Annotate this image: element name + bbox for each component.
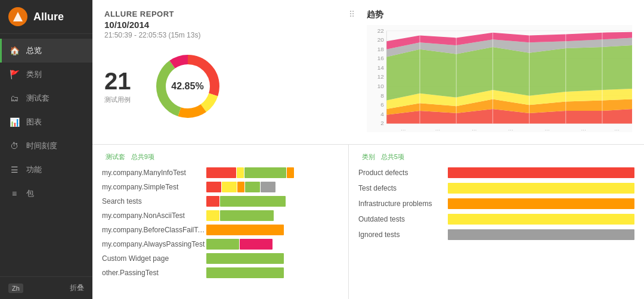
svg-text:…: … — [544, 126, 550, 132]
sidebar-item-label: 测试套 — [26, 93, 49, 104]
bar-pending — [206, 225, 284, 235]
package-icon: ≡ — [8, 188, 20, 200]
logo-area: Allure — [0, 0, 92, 34]
svg-text:18: 18 — [377, 46, 384, 52]
bar-passed — [220, 196, 286, 207]
sidebar-item-label: 图表 — [26, 117, 42, 127]
sidebar: Allure 🏠 总览 🚩 类别 🗂 测试套 📊 图表 ⏱ 时间刻度 ☰ 功能 … — [0, 0, 92, 299]
test-suites-panel: 测试套 总共9项 my.company.ManyInfoTest my.comp… — [92, 145, 349, 299]
sidebar-item-packages[interactable]: ≡ 包 — [0, 182, 92, 205]
suite-row[interactable]: my.company.ManyInfoTest — [102, 167, 339, 178]
suite-name: other.PassingTest — [102, 269, 206, 277]
category-name: Outdated tests — [358, 215, 448, 223]
svg-text:…: … — [401, 126, 406, 132]
sidebar-item-label: 总览 — [26, 45, 42, 56]
suite-row[interactable]: my.company.SimpleTest — [102, 182, 339, 192]
svg-text:…: … — [472, 126, 477, 132]
svg-text:4: 4 — [380, 111, 384, 117]
suite-name: my.company.SimpleTest — [102, 183, 206, 191]
clock-icon: ⏱ — [8, 140, 20, 152]
test-count: 21 测试用例 — [104, 69, 131, 104]
suite-row[interactable]: Search tests — [102, 196, 339, 207]
logo-icon — [8, 7, 27, 26]
suite-row[interactable]: my.company.AlwaysPassingTest — [102, 239, 339, 250]
collapse-button[interactable]: 折叠 — [70, 283, 84, 293]
bar-failed — [206, 182, 221, 192]
bar-passed — [245, 182, 260, 192]
report-summary: ALLURE REPORT 10/10/2014 21:50:39 - 22:0… — [104, 10, 355, 135]
svg-text:…: … — [614, 126, 620, 132]
svg-marker-31 — [386, 109, 632, 123]
nav-menu: 🏠 总览 🚩 类别 🗂 测试套 📊 图表 ⏱ 时间刻度 ☰ 功能 ≡ 包 — [0, 34, 92, 276]
report-stats: 21 测试用例 — [104, 48, 355, 125]
svg-text:…: … — [581, 126, 586, 132]
svg-text:6: 6 — [380, 102, 384, 108]
svg-text:10: 10 — [377, 83, 384, 89]
svg-text:…: … — [435, 126, 441, 132]
report-time: 21:50:39 - 22:05:53 (15m 13s) — [104, 31, 200, 39]
list-icon: ☰ — [8, 164, 20, 176]
language-badge[interactable]: Zh — [8, 284, 23, 293]
sidebar-item-timeline[interactable]: ⏱ 时间刻度 — [0, 134, 92, 158]
category-name: Infrastructure problems — [358, 200, 448, 208]
sidebar-item-overview[interactable]: 🏠 总览 — [0, 39, 92, 63]
suite-panel-title: 测试套 总共9项 — [102, 152, 339, 161]
report-date: 10/10/2014 — [104, 20, 200, 30]
trend-chart-svg: 22 20 18 16 14 12 10 8 6 4 2 — [367, 25, 632, 132]
categories-panel: 类别 总共5项 Product defects Test defects Inf… — [349, 145, 644, 299]
bar-pending — [237, 182, 244, 192]
svg-text:12: 12 — [377, 74, 384, 80]
bar-broken — [222, 182, 237, 192]
category-name: Ignored tests — [358, 231, 448, 239]
sidebar-footer: Zh 折叠 — [0, 276, 92, 299]
bar-failed — [206, 196, 219, 207]
category-bar — [448, 198, 634, 209]
sidebar-item-features[interactable]: ☰ 功能 — [0, 158, 92, 182]
suite-name: my.company.NonAsciiTest — [102, 211, 206, 220]
logo-text: Allure — [33, 11, 64, 23]
folder-icon: 🗂 — [8, 92, 20, 104]
flag-icon: 🚩 — [8, 68, 20, 80]
svg-text:22: 22 — [377, 27, 384, 33]
category-row[interactable]: Ignored tests — [358, 229, 634, 240]
svg-text:8: 8 — [380, 92, 384, 98]
bar-pink — [240, 239, 273, 250]
suite-name: my.company.ManyInfoTest — [102, 169, 206, 177]
category-row[interactable]: Test defects — [358, 183, 634, 194]
bar-passed — [206, 239, 239, 250]
bottom-section: 测试套 总共9项 my.company.ManyInfoTest my.comp… — [92, 145, 644, 299]
category-name: Product defects — [358, 169, 448, 177]
sidebar-item-label: 类别 — [26, 69, 42, 80]
bar-failed — [206, 167, 236, 178]
suite-row[interactable]: other.PassingTest — [102, 267, 339, 278]
categories-panel-title: 类别 总共5项 — [358, 152, 634, 161]
suite-bar — [206, 225, 339, 235]
category-row[interactable]: Infrastructure problems — [358, 198, 634, 209]
sidebar-item-label: 时间刻度 — [26, 141, 57, 151]
suite-row[interactable]: my.company.NonAsciiTest — [102, 210, 339, 221]
suite-name: Search tests — [102, 197, 206, 205]
donut-percentage: 42.85% — [171, 81, 203, 92]
bar-broken — [206, 210, 219, 221]
main-content: ALLURE REPORT 10/10/2014 21:50:39 - 22:0… — [92, 0, 644, 299]
category-row[interactable]: Product defects — [358, 167, 634, 178]
test-label: 测试用例 — [104, 95, 131, 104]
suite-name: my.company.AlwaysPassingTest — [102, 240, 206, 248]
bar-skipped — [261, 182, 275, 192]
top-section: ALLURE REPORT 10/10/2014 21:50:39 - 22:0… — [92, 0, 644, 145]
suite-row[interactable]: Custom Widget page — [102, 253, 339, 264]
donut-chart: 42.85% — [149, 48, 227, 125]
trend-title: 趋势 — [367, 10, 632, 20]
sidebar-item-testsuites[interactable]: 🗂 测试套 — [0, 86, 92, 110]
suite-bar — [206, 267, 339, 278]
suite-bar — [206, 167, 339, 178]
suite-row[interactable]: my.company.BeforeClassFailTest — [102, 225, 339, 235]
category-bar — [448, 229, 634, 240]
sidebar-item-graphs[interactable]: 📊 图表 — [0, 110, 92, 134]
category-row[interactable]: Outdated tests — [358, 214, 634, 225]
svg-marker-0 — [13, 12, 23, 21]
sidebar-item-categories[interactable]: 🚩 类别 — [0, 63, 92, 86]
bar-pending — [287, 167, 294, 178]
suite-bar — [206, 239, 339, 250]
options-icon[interactable]: ⠿ — [349, 10, 355, 19]
